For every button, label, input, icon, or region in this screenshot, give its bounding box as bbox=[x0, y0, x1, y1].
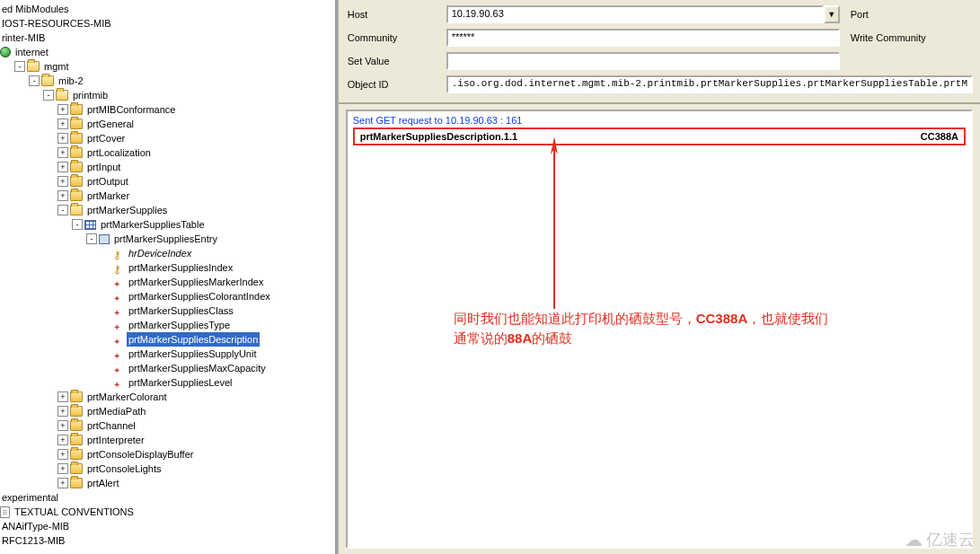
host-input[interactable]: 10.19.90.63 bbox=[446, 5, 824, 23]
tree-leaf[interactable]: prtMarkerSuppliesColorantIndex bbox=[127, 289, 272, 303]
expander-icon[interactable]: + bbox=[57, 449, 68, 460]
tree-leaf[interactable]: prtMarkerSuppliesLevel bbox=[127, 375, 234, 390]
tree-item[interactable]: prtMarkerColorant bbox=[85, 390, 169, 404]
community-label: Community bbox=[348, 32, 446, 43]
tree-textual-conv[interactable]: TEXTUAL CONVENTIONS bbox=[13, 505, 136, 519]
tree-item[interactable]: prtMediaPath bbox=[85, 404, 147, 418]
expander-icon[interactable]: + bbox=[57, 119, 68, 129]
expander-icon[interactable]: + bbox=[57, 478, 68, 488]
tree-item[interactable]: prtAlert bbox=[85, 476, 120, 490]
output-area: Sent GET request to 10.19.90.63 : 161 pr… bbox=[346, 110, 973, 549]
expander-icon[interactable]: + bbox=[57, 463, 68, 474]
folder-closed-icon bbox=[70, 463, 83, 474]
result-value: CC388A bbox=[921, 131, 958, 142]
leaf-icon bbox=[113, 334, 124, 345]
folder-closed-icon bbox=[70, 449, 83, 460]
key-icon bbox=[113, 248, 124, 259]
folder-closed-icon bbox=[70, 391, 83, 402]
folder-closed-icon bbox=[70, 190, 83, 201]
expander-icon[interactable]: - bbox=[43, 90, 54, 101]
tree-item[interactable]: prtInterpreter bbox=[85, 433, 146, 447]
folder-closed-icon bbox=[70, 406, 83, 417]
expander-icon[interactable]: + bbox=[57, 104, 68, 115]
expander-icon[interactable]: - bbox=[14, 61, 25, 72]
folder-open-icon bbox=[56, 90, 68, 101]
annotation-text: 同时我们也能知道此打印机的硒鼓型号，CC388A，也就使我们 通常说的88A的硒… bbox=[454, 309, 921, 348]
tree-leaf[interactable]: prtMarkerSuppliesType bbox=[127, 318, 232, 332]
table-icon bbox=[84, 220, 96, 230]
leaf-icon bbox=[113, 305, 124, 316]
tree-experimental[interactable]: experimental bbox=[0, 490, 60, 505]
tree-item[interactable]: prtChannel bbox=[85, 418, 137, 433]
port-label: Port bbox=[851, 9, 869, 20]
document-icon bbox=[0, 506, 10, 518]
expander-icon[interactable]: + bbox=[57, 391, 68, 402]
expander-icon[interactable]: - bbox=[86, 233, 97, 244]
tree-leaf[interactable]: hrDeviceIndex bbox=[127, 246, 193, 260]
tree-item[interactable]: prtLocalization bbox=[85, 145, 153, 160]
expander-icon[interactable]: - bbox=[29, 75, 40, 86]
tree-root[interactable]: ed MibModules bbox=[0, 2, 71, 16]
tree-leaf[interactable]: prtMarkerSuppliesMarkerIndex bbox=[127, 275, 265, 289]
folder-open-icon bbox=[41, 75, 54, 86]
folder-closed-icon bbox=[70, 176, 83, 187]
expander-icon[interactable]: + bbox=[57, 406, 68, 417]
tree-iana[interactable]: ANAifType-MIB bbox=[0, 519, 71, 533]
host-label: Host bbox=[348, 9, 446, 20]
tree-item[interactable]: prtMarkerSuppliesTable bbox=[99, 217, 207, 232]
leaf-icon bbox=[113, 363, 124, 374]
tree-item[interactable]: prtOutput bbox=[85, 174, 130, 189]
tree-leaf[interactable]: prtMarkerSuppliesMaxCapacity bbox=[127, 361, 268, 375]
objectid-input[interactable]: .iso.org.dod.internet.mgmt.mib-2.printmi… bbox=[446, 75, 973, 93]
tree-rfc1213[interactable]: RFC1213-MIB bbox=[0, 533, 66, 548]
leaf-icon bbox=[113, 320, 124, 330]
tree-leaf[interactable]: prtMarkerSuppliesIndex bbox=[127, 260, 234, 275]
entry-icon bbox=[99, 234, 110, 244]
tree-internet[interactable]: internet bbox=[13, 45, 50, 59]
tree-leaf[interactable]: prtMarkerSuppliesSupplyUnit bbox=[127, 347, 258, 361]
tree-item[interactable]: prtInput bbox=[85, 160, 122, 174]
tree-printmib[interactable]: printmib bbox=[71, 88, 110, 102]
tree-leaf-selected[interactable]: prtMarkerSuppliesDescription bbox=[127, 332, 260, 347]
leaf-icon bbox=[113, 377, 124, 388]
tree-printer-mib[interactable]: rinter-MIB bbox=[0, 31, 47, 45]
tree-item[interactable]: prtConsoleLights bbox=[85, 462, 163, 476]
setvalue-input[interactable] bbox=[446, 52, 840, 70]
folder-closed-icon bbox=[70, 478, 83, 488]
tree-host-res[interactable]: IOST-RESOURCES-MIB bbox=[0, 16, 113, 31]
folder-closed-icon bbox=[70, 104, 83, 115]
expander-icon[interactable]: + bbox=[57, 176, 68, 187]
tree-item[interactable]: prtGeneral bbox=[85, 117, 136, 131]
expander-icon[interactable]: + bbox=[57, 133, 68, 144]
tree-item[interactable]: prtConsoleDisplayBuffer bbox=[85, 447, 195, 462]
tree-mgmt[interactable]: mgmt bbox=[42, 59, 71, 74]
mib-tree[interactable]: ed MibModules IOST-RESOURCES-MIB rinter-… bbox=[0, 2, 335, 548]
folder-closed-icon bbox=[70, 119, 83, 129]
setvalue-label: Set Value bbox=[348, 56, 446, 66]
tree-mib2[interactable]: mib-2 bbox=[57, 74, 85, 88]
tree-item[interactable]: prtMarkerSuppliesEntry bbox=[112, 232, 219, 246]
tree-leaf[interactable]: prtMarkerSuppliesClass bbox=[127, 303, 235, 318]
globe-icon bbox=[0, 47, 11, 57]
host-dropdown-button[interactable]: ▼ bbox=[824, 5, 840, 23]
expander-icon[interactable]: + bbox=[57, 420, 68, 431]
result-row[interactable]: prtMarkerSuppliesDescription.1.1 CC388A bbox=[353, 128, 966, 145]
result-oid: prtMarkerSuppliesDescription.1.1 bbox=[360, 131, 517, 142]
expander-icon[interactable]: + bbox=[57, 190, 68, 201]
annotation-arrow-icon bbox=[527, 138, 581, 318]
folder-open-icon bbox=[70, 205, 83, 215]
expander-icon[interactable]: + bbox=[57, 162, 68, 172]
expander-icon[interactable]: - bbox=[72, 219, 83, 230]
tree-item[interactable]: prtMIBConformance bbox=[85, 102, 177, 117]
tree-item[interactable]: prtCover bbox=[85, 131, 127, 145]
expander-icon[interactable]: + bbox=[57, 435, 68, 445]
folder-closed-icon bbox=[70, 147, 83, 158]
community-input[interactable]: ****** bbox=[446, 29, 840, 47]
tree-item[interactable]: prtMarker bbox=[85, 189, 131, 203]
folder-closed-icon bbox=[70, 420, 83, 431]
write-community-label: Write Community bbox=[851, 32, 926, 43]
mib-tree-panel: ed MibModules IOST-RESOURCES-MIB rinter-… bbox=[0, 0, 337, 554]
expander-icon[interactable]: - bbox=[57, 205, 68, 215]
tree-item[interactable]: prtMarkerSupplies bbox=[85, 203, 169, 217]
expander-icon[interactable]: + bbox=[57, 147, 68, 158]
